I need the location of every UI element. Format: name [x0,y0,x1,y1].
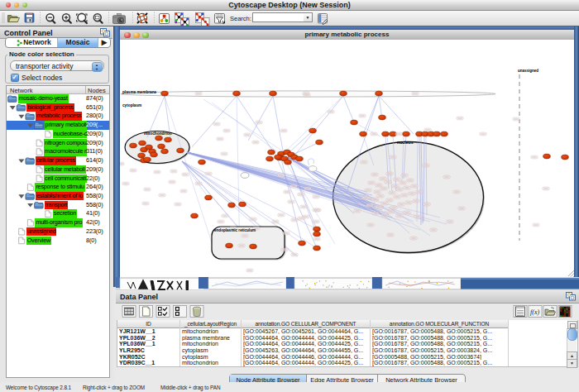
svg-text:cytoplasm: cytoplasm [122,103,141,108]
svg-text:f(x): f(x) [530,308,539,316]
svg-text:unassigned: unassigned [518,69,538,73]
svg-text:plasma membrane: plasma membrane [122,90,157,94]
svg-text:endoplasmic reticulum: endoplasmic reticulum [214,228,256,232]
svg-text:nucleus: nucleus [397,140,414,145]
svg-text:mitochondrion: mitochondrion [144,131,172,136]
